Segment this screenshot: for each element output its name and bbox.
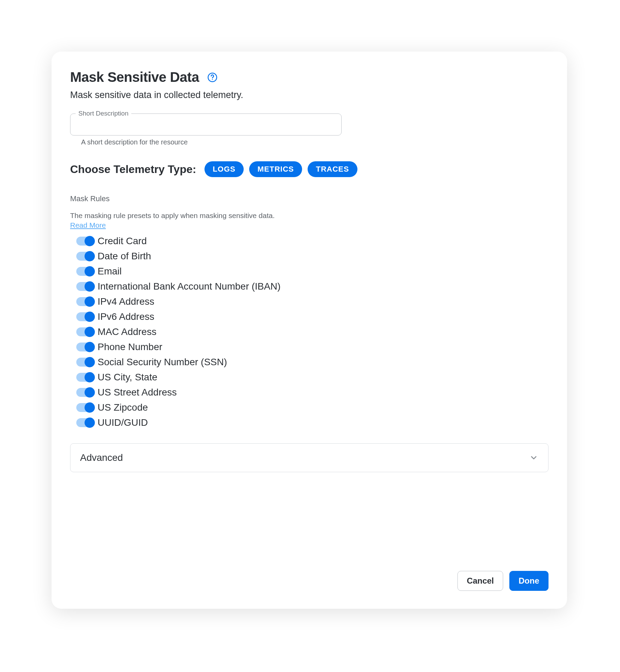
- mask-rules-desc: The masking rule presets to apply when m…: [70, 212, 549, 220]
- mask-rule-toggle[interactable]: [76, 267, 94, 276]
- mask-rule-label: US Zipcode: [98, 402, 148, 413]
- mask-rule-label: UUID/GUID: [98, 417, 148, 428]
- dialog-title: Mask Sensitive Data: [70, 69, 199, 85]
- mask-rule-label: International Bank Account Number (IBAN): [98, 281, 280, 292]
- mask-rule-toggle[interactable]: [76, 373, 94, 382]
- telemetry-chip-traces[interactable]: TRACES: [308, 161, 357, 177]
- mask-rule-toggle[interactable]: [76, 282, 94, 291]
- mask-rule-label: US City, State: [98, 372, 157, 383]
- dialog-subtitle: Mask sensitive data in collected telemet…: [70, 90, 549, 100]
- mask-rule-item: International Bank Account Number (IBAN): [70, 279, 549, 294]
- telemetry-type-label: Choose Telemetry Type:: [70, 163, 196, 176]
- mask-rule-label: MAC Address: [98, 326, 156, 337]
- mask-rule-toggle[interactable]: [76, 343, 94, 351]
- mask-rule-item: Credit Card: [70, 234, 549, 249]
- done-button[interactable]: Done: [509, 571, 549, 591]
- mask-rule-toggle[interactable]: [76, 403, 94, 412]
- short-description-helper: A short description for the resource: [81, 138, 549, 146]
- help-icon[interactable]: [207, 72, 218, 83]
- advanced-label: Advanced: [80, 452, 123, 463]
- mask-rule-label: IPv6 Address: [98, 311, 154, 322]
- mask-rules-list: Credit CardDate of BirthEmailInternation…: [70, 234, 549, 430]
- mask-rule-toggle[interactable]: [76, 418, 94, 427]
- mask-rule-item: IPv4 Address: [70, 294, 549, 309]
- mask-rule-item: IPv6 Address: [70, 309, 549, 324]
- mask-rule-item: Social Security Number (SSN): [70, 355, 549, 370]
- mask-rule-toggle[interactable]: [76, 297, 94, 306]
- telemetry-chip-logs[interactable]: LOGS: [204, 161, 244, 177]
- short-description-label: Short Description: [76, 110, 131, 117]
- dialog-header: Mask Sensitive Data: [70, 69, 549, 85]
- cancel-button[interactable]: Cancel: [457, 571, 503, 591]
- mask-rule-label: Social Security Number (SSN): [98, 357, 227, 368]
- mask-rule-item: Phone Number: [70, 339, 549, 355]
- short-description-field: Short Description: [70, 113, 342, 136]
- mask-rule-label: Date of Birth: [98, 251, 151, 262]
- mask-rule-item: UUID/GUID: [70, 415, 549, 430]
- mask-rules-title: Mask Rules: [70, 194, 549, 203]
- mask-rule-label: Phone Number: [98, 342, 162, 353]
- mask-sensitive-data-dialog: Mask Sensitive Data Mask sensitive data …: [52, 52, 567, 609]
- mask-rule-label: US Street Address: [98, 387, 177, 398]
- mask-rule-toggle[interactable]: [76, 312, 94, 321]
- mask-rule-item: Email: [70, 264, 549, 279]
- mask-rule-toggle[interactable]: [76, 237, 94, 246]
- mask-rule-item: US Street Address: [70, 385, 549, 400]
- mask-rule-toggle[interactable]: [76, 388, 94, 397]
- mask-rule-toggle[interactable]: [76, 252, 94, 261]
- dialog-footer: Cancel Done: [70, 557, 549, 591]
- telemetry-chip-metrics[interactable]: METRICS: [249, 161, 302, 177]
- chevron-down-icon: [529, 453, 539, 463]
- mask-rule-label: Email: [98, 266, 122, 277]
- mask-rule-item: US City, State: [70, 370, 549, 385]
- telemetry-chips: LOGS METRICS TRACES: [204, 161, 357, 177]
- mask-rule-toggle[interactable]: [76, 327, 94, 336]
- mask-rule-label: Credit Card: [98, 236, 147, 247]
- advanced-toggle-row[interactable]: Advanced: [70, 443, 549, 472]
- mask-rules-read-more[interactable]: Read More: [70, 221, 549, 229]
- svg-point-1: [212, 79, 213, 80]
- mask-rule-toggle[interactable]: [76, 358, 94, 367]
- mask-rule-item: US Zipcode: [70, 400, 549, 415]
- mask-rule-item: Date of Birth: [70, 249, 549, 264]
- telemetry-type-row: Choose Telemetry Type: LOGS METRICS TRAC…: [70, 161, 549, 177]
- mask-rule-label: IPv4 Address: [98, 296, 154, 307]
- mask-rule-item: MAC Address: [70, 324, 549, 339]
